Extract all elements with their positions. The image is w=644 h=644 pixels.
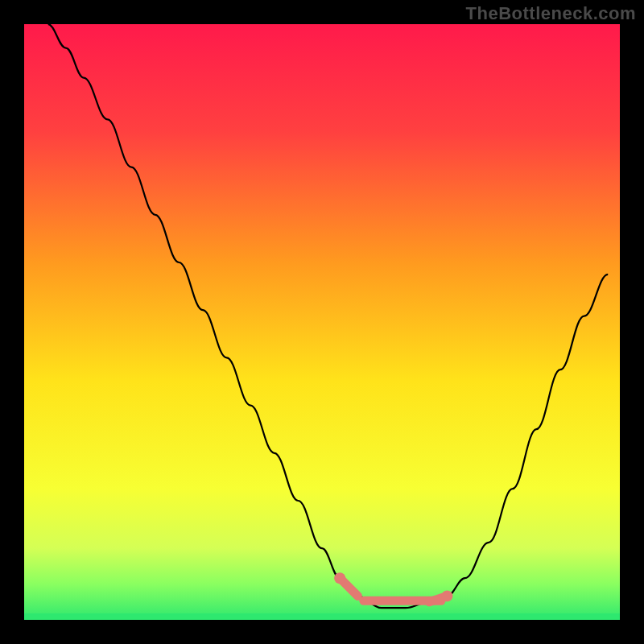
baseline-strip [24, 613, 620, 620]
chart-frame: TheBottleneck.com [0, 0, 644, 644]
watermark-text: TheBottleneck.com [466, 3, 636, 24]
highlight-dot [334, 572, 345, 584]
bottleneck-chart [0, 0, 644, 644]
highlight-dot [441, 590, 452, 601]
plot-background [24, 24, 620, 620]
